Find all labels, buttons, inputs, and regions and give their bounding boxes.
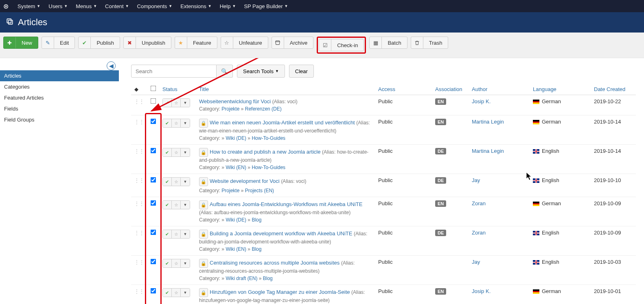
- topnav-item-sp-page-builder[interactable]: SP Page Builder▼: [240, 0, 292, 12]
- author-link[interactable]: Jay: [472, 259, 480, 265]
- association-badge[interactable]: DE: [435, 177, 446, 184]
- association-badge[interactable]: EN: [435, 98, 446, 105]
- col-access[interactable]: Access: [375, 83, 432, 95]
- publish-toggle[interactable]: ✔: [163, 201, 172, 209]
- col-title[interactable]: Title: [196, 83, 375, 95]
- search-input[interactable]: [131, 65, 217, 78]
- feature-toggle[interactable]: ☆: [172, 259, 181, 267]
- category-link[interactable]: Wiki (EN): [226, 165, 246, 170]
- publish-toggle[interactable]: ✔: [163, 99, 172, 107]
- checked-out-lock-icon[interactable]: 🔒: [199, 119, 208, 128]
- feature-toggle[interactable]: ☆: [172, 289, 181, 297]
- col-language[interactable]: Language: [530, 83, 591, 95]
- publish-toggle[interactable]: ✔: [163, 119, 172, 127]
- status-dropdown[interactable]: ▼: [181, 259, 190, 267]
- col-order[interactable]: ◆: [131, 83, 147, 95]
- association-badge[interactable]: EN: [435, 200, 446, 207]
- status-dropdown[interactable]: ▼: [181, 178, 190, 186]
- feature-button[interactable]: ★ Feature: [175, 37, 217, 49]
- topnav-item-help[interactable]: Help▼: [216, 0, 240, 12]
- publish-toggle[interactable]: ✔: [163, 178, 172, 186]
- checked-out-lock-icon[interactable]: 🔒: [199, 148, 208, 157]
- author-link[interactable]: Zoran: [472, 230, 486, 236]
- drag-handle-icon[interactable]: ⋮⋮: [134, 230, 144, 236]
- category-link[interactable]: How-To-Guides: [252, 165, 285, 170]
- col-association[interactable]: Association: [432, 83, 469, 95]
- drag-handle-icon[interactable]: ⋮⋮: [134, 201, 144, 206]
- sidebar-item-featured-articles[interactable]: Featured Articles: [0, 92, 119, 103]
- topnav-item-content[interactable]: Content▼: [101, 0, 133, 12]
- author-link[interactable]: Zoran: [472, 200, 486, 206]
- article-title-link[interactable]: Building a Joomla development workflow w…: [210, 230, 352, 237]
- category-link[interactable]: Blog: [252, 217, 261, 223]
- category-link[interactable]: Blog: [252, 246, 261, 252]
- feature-toggle[interactable]: ☆: [172, 119, 181, 127]
- search-tools-button[interactable]: Search Tools ▼: [237, 65, 285, 78]
- checkall-checkbox[interactable]: [151, 86, 156, 91]
- category-link[interactable]: Wiki (DE): [226, 217, 246, 223]
- sidebar-item-articles[interactable]: Articles: [0, 70, 119, 81]
- row-checkbox[interactable]: [151, 98, 156, 104]
- col-author[interactable]: Author: [469, 83, 530, 95]
- publish-toggle[interactable]: ✔: [163, 259, 172, 267]
- unpublish-button[interactable]: ✖ Unpublish: [123, 37, 171, 49]
- category-link[interactable]: Referenzen (DE): [245, 106, 282, 112]
- feature-toggle[interactable]: ☆: [172, 99, 181, 107]
- feature-toggle[interactable]: ☆: [172, 178, 181, 186]
- row-checkbox[interactable]: [151, 177, 156, 183]
- category-link[interactable]: Wiki (EN): [226, 246, 246, 252]
- article-title-link[interactable]: Website development for Voci: [210, 178, 280, 184]
- checked-out-lock-icon[interactable]: 🔒: [199, 200, 208, 209]
- category-link[interactable]: Projects (EN): [245, 188, 274, 193]
- association-badge[interactable]: DE: [435, 148, 446, 154]
- checkin-button[interactable]: ☑ Check-in: [319, 39, 364, 51]
- feature-toggle[interactable]: ☆: [172, 230, 181, 238]
- feature-toggle[interactable]: ☆: [172, 201, 181, 209]
- article-title-link[interactable]: How to create and publish a new Joomla a…: [210, 149, 320, 155]
- author-link[interactable]: Martina Legin: [472, 148, 504, 154]
- row-checkbox[interactable]: [151, 230, 156, 235]
- sidebar-collapse-button[interactable]: ◀: [107, 61, 116, 70]
- drag-handle-icon[interactable]: ⋮⋮: [134, 259, 144, 265]
- drag-handle-icon[interactable]: ⋮⋮: [134, 119, 144, 125]
- drag-handle-icon[interactable]: ⋮⋮: [134, 178, 144, 183]
- topnav-item-extensions[interactable]: Extensions▼: [176, 0, 216, 12]
- unfeature-button[interactable]: ☆ Unfeature: [221, 37, 268, 49]
- archive-button[interactable]: Archive: [272, 37, 313, 49]
- row-checkbox[interactable]: [151, 288, 156, 294]
- category-link[interactable]: Projekte: [221, 106, 239, 112]
- author-link[interactable]: Josip K.: [472, 288, 491, 294]
- sidebar-item-fields[interactable]: Fields: [0, 103, 119, 114]
- row-checkbox[interactable]: [151, 200, 156, 206]
- trash-button[interactable]: Trash: [411, 37, 449, 49]
- author-link[interactable]: Jay: [472, 177, 480, 183]
- article-title-link[interactable]: Centralising resources across multiple J…: [210, 260, 340, 266]
- author-link[interactable]: Martina Legin: [472, 119, 504, 125]
- category-link[interactable]: Blog: [263, 276, 273, 281]
- checked-out-lock-icon[interactable]: 🔒: [199, 259, 208, 268]
- topnav-item-users[interactable]: Users▼: [44, 0, 72, 12]
- row-checkbox[interactable]: [151, 148, 156, 154]
- status-dropdown[interactable]: ▼: [181, 119, 190, 127]
- checked-out-lock-icon[interactable]: 🔒: [199, 230, 208, 239]
- association-badge[interactable]: EN: [435, 119, 446, 125]
- article-title-link[interactable]: Webseitenentwicklung für Voci: [199, 98, 271, 104]
- row-checkbox[interactable]: [151, 119, 156, 124]
- checked-out-lock-icon[interactable]: 🔒: [199, 288, 208, 297]
- publish-toggle[interactable]: ✔: [163, 148, 172, 156]
- drag-handle-icon[interactable]: ⋮⋮: [134, 148, 144, 154]
- publish-toggle[interactable]: ✔: [163, 230, 172, 238]
- col-status[interactable]: Status: [159, 83, 196, 95]
- category-link[interactable]: Projekte: [221, 188, 239, 193]
- new-button[interactable]: ✚ New: [3, 37, 38, 49]
- checked-out-lock-icon[interactable]: 🔒: [199, 177, 208, 186]
- drag-handle-icon[interactable]: ⋮⋮: [134, 289, 144, 294]
- feature-toggle[interactable]: ☆: [172, 148, 181, 156]
- category-link[interactable]: How-To-Guides: [252, 135, 285, 141]
- status-dropdown[interactable]: ▼: [181, 230, 190, 238]
- col-date[interactable]: Date Created: [591, 83, 636, 95]
- author-link[interactable]: Josip K.: [472, 98, 491, 104]
- article-title-link[interactable]: Wie man einen neuen Joomla-Artikel erste…: [210, 119, 355, 126]
- batch-button[interactable]: ▦ Batch: [369, 37, 407, 49]
- category-link[interactable]: Wiki draft (EN): [226, 276, 257, 281]
